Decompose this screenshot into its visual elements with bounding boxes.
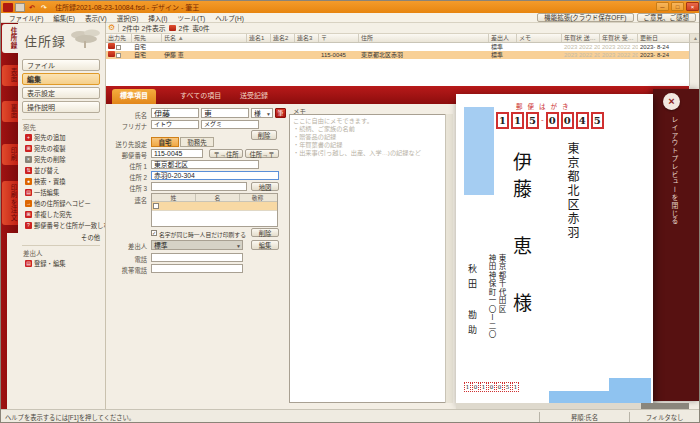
last-name-input[interactable]	[151, 108, 199, 118]
col-joint3[interactable]: 連名3	[295, 34, 319, 42]
minimize-button[interactable]: ─	[656, 2, 669, 11]
col-name[interactable]: 氏名 ▲	[162, 34, 247, 42]
col-joint2[interactable]: 連名2	[271, 34, 295, 42]
address1-input[interactable]	[151, 160, 259, 169]
menu-file[interactable]: ファイル(F)	[4, 13, 48, 23]
tab-order-print[interactable]: 印刷を注文	[2, 181, 18, 225]
record-summary-bar: ⚙ 2件中 2件表示 2件 喪0件	[106, 23, 700, 34]
close-preview-button[interactable]: ×	[663, 93, 680, 110]
tab-all-fields[interactable]: すべての項目	[172, 89, 229, 104]
sidebar-item-zip-mismatch[interactable]: ?郵便番号と住所が一致しない宛先	[25, 221, 105, 230]
kana-first-input[interactable]	[201, 120, 259, 129]
same-surname-option: 名字が同じ時一人目だけ印刷する	[159, 230, 246, 239]
joint-name-grid[interactable]: 姓 名 敬称	[151, 193, 278, 227]
gear-icon[interactable]: ⚙	[108, 23, 115, 33]
tab-front-side[interactable]: 表面	[2, 65, 18, 86]
section-sender: 差出人	[23, 248, 43, 258]
more-link[interactable]: その他	[81, 233, 100, 242]
col-nenga-sent[interactable]: 年賀状 送…	[562, 34, 600, 42]
joint-col-honorific: 敬称	[240, 194, 275, 201]
sidebar-nav-help[interactable]: 操作説明	[22, 101, 100, 113]
sidebar-nav-file[interactable]: ファイル	[22, 59, 100, 71]
table-header: 出力先 宛先 氏名 ▲ 連名1 連名2 連名3 〒 住所 差出人 メモ 年賀状 …	[106, 34, 689, 43]
zip-input[interactable]	[151, 149, 203, 158]
joint-row-selected[interactable]	[152, 202, 277, 211]
col-sender[interactable]: 差出人	[489, 34, 517, 42]
feedback-button[interactable]: ご意見、ご感想	[637, 13, 697, 22]
menu-insert[interactable]: 挿入(I)	[143, 13, 172, 23]
menu-edit[interactable]: 編集(E)	[48, 13, 80, 23]
sidebar-item-delete-recipient[interactable]: ×宛先の削除	[25, 155, 105, 164]
map-button[interactable]: 地図	[251, 182, 279, 191]
list-scrollbar[interactable]: ▲	[689, 34, 700, 86]
zip-to-address-button[interactable]: 〒→住所	[209, 149, 243, 158]
col-nenga-recv[interactable]: 年賀状 受…	[600, 34, 638, 42]
col-zip[interactable]: 〒	[319, 34, 359, 42]
mobile-input[interactable]	[151, 264, 243, 273]
row-checkbox[interactable]	[116, 45, 121, 50]
sidebar-item-search-replace[interactable]: ●検索・置換	[25, 177, 105, 186]
sidebar-item-copy-to-other[interactable]: →他の住所録へコピー	[25, 199, 105, 208]
first-name-input[interactable]	[201, 108, 249, 118]
sidebar: 住所録 ファイル 編集 表示設定 操作説明 宛先 +宛先の追加 ⊞宛先の複製 ×…	[18, 23, 106, 409]
memo-textarea[interactable]: ここに自由にメモできます。 ・続柄、ご家族の名前 ・贈答品の記録 ・年賀葉書の記…	[289, 114, 453, 403]
col-atesaki[interactable]: 宛先	[132, 34, 162, 42]
dest-home-toggle[interactable]: 自宅	[151, 137, 179, 147]
address3-input[interactable]	[151, 182, 247, 191]
sidebar-nav-display[interactable]: 表示設定	[22, 87, 100, 99]
menu-help[interactable]: ヘルプ(H)	[210, 13, 249, 23]
col-output[interactable]: 出力先	[106, 34, 132, 42]
joint-delete-button[interactable]: 削除	[251, 228, 279, 237]
col-memo[interactable]: メモ	[517, 34, 562, 42]
joint-row-checkbox[interactable]	[153, 203, 159, 209]
sender-select[interactable]: 標準▼	[151, 240, 243, 250]
kana-label: フリガナ	[105, 122, 147, 131]
dest-work-toggle[interactable]: 勤務先	[180, 137, 214, 147]
app-window: ↶ ↷ 住所録2021-08-23-10084.fsd - デザイン - 筆王 …	[0, 0, 700, 423]
undo-icon[interactable]: ↶	[27, 3, 37, 12]
menu-select[interactable]: 選択(S)	[112, 13, 144, 23]
mourning-count: 喪0件	[192, 23, 209, 33]
scroll-up-icon[interactable]: ▲	[690, 34, 700, 43]
tab-print[interactable]: 印刷	[2, 144, 18, 165]
title-bar: ↶ ↷ 住所録2021-08-23-10084.fsd - デザイン - 筆王 …	[1, 1, 700, 13]
tab-standard-fields[interactable]: 標準項目	[112, 89, 156, 104]
kana-last-input[interactable]	[151, 120, 199, 129]
row-checkbox[interactable]	[116, 53, 121, 58]
sidebar-title: 住所録	[24, 31, 66, 50]
tab-address-book[interactable]: 住所録	[2, 24, 18, 53]
col-joint1[interactable]: 連名1	[247, 34, 271, 42]
maximize-button[interactable]: □	[671, 2, 684, 11]
tel-input[interactable]	[151, 253, 243, 262]
sidebar-item-duplicated-recipients[interactable]: ⊞重複した宛先	[25, 210, 105, 219]
close-preview-label[interactable]: レイアウトプレビューを閉じる	[669, 116, 679, 225]
close-window-button[interactable]: ×	[686, 2, 699, 11]
redo-icon[interactable]: ↷	[39, 3, 49, 12]
sidebar-item-add-recipient[interactable]: +宛先の追加	[25, 133, 105, 142]
col-address[interactable]: 住所	[359, 34, 489, 42]
sidebar-item-sort[interactable]: ⇅並び替え	[25, 166, 105, 175]
address2-input[interactable]	[151, 171, 279, 180]
table-row[interactable]: 自宅 標準 2023 2022 20 2023 2022 20 2023- 8-…	[106, 43, 689, 51]
sidebar-item-duplicate-recipient[interactable]: ⊞宛先の複製	[25, 144, 105, 153]
sender-edit-button[interactable]: 編集	[251, 240, 279, 250]
sidebar-nav-edit[interactable]: 編集	[22, 73, 100, 85]
honorific-select[interactable]: 様▼	[251, 108, 273, 118]
sidebar-item-batch-edit[interactable]: ▤一括編集	[25, 188, 105, 197]
same-surname-checkbox[interactable]: ✓	[151, 230, 157, 236]
address-to-zip-button[interactable]: 住所→〒	[245, 149, 279, 158]
name-tool-button[interactable]: 筆	[275, 108, 286, 118]
sidebar-item-register-edit-sender[interactable]: ▤登録・編集	[25, 259, 105, 268]
sort-icon: ⇅	[25, 167, 32, 174]
save-icon[interactable]	[15, 3, 25, 12]
extension-button[interactable]: 機能拡張(クラウド保存OFF)	[537, 13, 633, 22]
memo-scrollbar[interactable]	[445, 114, 453, 403]
kana-delete-button[interactable]: 削除	[251, 130, 277, 140]
menu-view[interactable]: 表示(V)	[80, 13, 112, 23]
tab-back-side[interactable]: 裏面	[2, 101, 18, 122]
tab-send-receive-log[interactable]: 送受記録	[232, 89, 276, 104]
printer-icon	[169, 25, 176, 31]
col-updated[interactable]: 更新日	[638, 34, 677, 42]
menu-tools[interactable]: ツール(T)	[172, 13, 210, 23]
table-row-selected[interactable]: 自宅 伊藤 恵 115-0045 東京都北区赤羽 標準 2023 2022 20…	[106, 51, 689, 59]
